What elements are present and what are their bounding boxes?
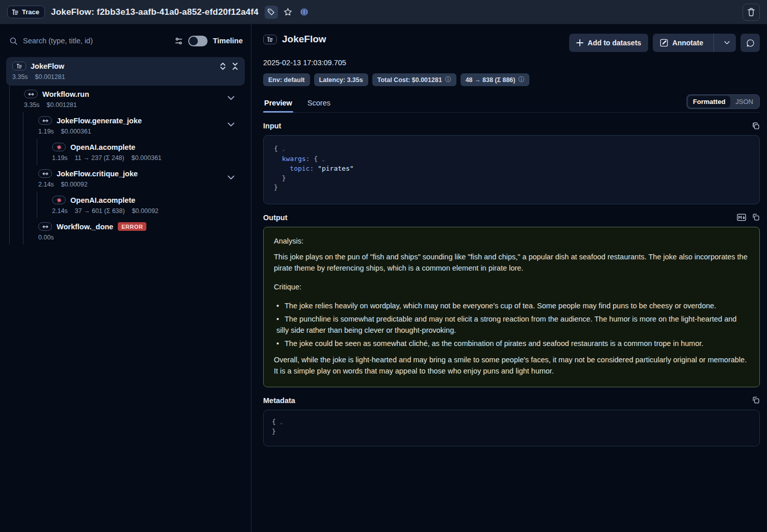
- analysis-paragraph: This joke plays on the pun of "fish and …: [274, 251, 749, 274]
- critique-bullet: •The joke relies heavily on wordplay, wh…: [274, 300, 749, 311]
- output-section-header: Output: [263, 214, 760, 222]
- tree-children-level-2: JokeFlow.generate_joke 1.19s $0.000361: [23, 112, 251, 245]
- tree-node-workflow-done[interactable]: Workflow._done ERROR 0.00s: [23, 218, 251, 245]
- tree-node-jokeflow-root[interactable]: JokeFlow: [6, 57, 245, 86]
- node-label: JokeFlow.generate_joke: [57, 117, 142, 125]
- tag-icon: [267, 8, 275, 16]
- trace-icon: [263, 35, 277, 44]
- node-label: OpenAI.acomplete: [70, 143, 135, 151]
- node-cost: $0.001281: [35, 73, 65, 81]
- chevron-down-icon[interactable]: [227, 122, 235, 127]
- tree-node-critique-joke[interactable]: JokeFlow.critique_joke 2.14s $0.00092: [23, 165, 251, 192]
- total-cost-badge: Total Cost: $0.001281 ⓘ: [372, 73, 456, 86]
- collapse-all-icon[interactable]: [232, 62, 239, 70]
- conclusion-paragraph: Overall, while the joke is light-hearted…: [274, 354, 749, 377]
- comment-icon: [746, 39, 755, 47]
- span-node-icon: [38, 222, 52, 231]
- output-content[interactable]: Analysis: This joke plays on the pun of …: [263, 227, 760, 387]
- star-button[interactable]: [282, 6, 294, 18]
- node-duration: 3.35s: [24, 101, 40, 109]
- expand-all-icon[interactable]: [219, 62, 226, 70]
- add-to-datasets-label: Add to datasets: [587, 39, 641, 47]
- trace-tree: JokeFlow: [0, 57, 251, 245]
- timeline-toggle[interactable]: [188, 36, 208, 46]
- tab-preview[interactable]: Preview: [263, 95, 293, 112]
- tree-node-generate-joke[interactable]: JokeFlow.generate_joke 1.19s $0.000361: [23, 112, 251, 139]
- json-token: {: [272, 418, 276, 425]
- json-token: {: [274, 145, 278, 152]
- annotate-label: Annotate: [672, 39, 703, 47]
- star-icon: [284, 8, 292, 16]
- chevron-down-icon[interactable]: [227, 175, 235, 180]
- trace-badge-label: Trace: [22, 8, 39, 16]
- latency-badge: Latency: 3.35s: [314, 73, 368, 86]
- tags-button[interactable]: [265, 6, 278, 19]
- node-label: OpenAI.acomplete: [70, 196, 135, 204]
- comments-button[interactable]: [740, 34, 760, 52]
- node-cost: $0.000361: [61, 128, 91, 135]
- node-label: JokeFlow: [31, 62, 64, 70]
- annotate-menu-button[interactable]: [718, 34, 736, 52]
- tree-children-level-3b: OpenAI.acomplete 2.14s 37 → 601 (Σ 638) …: [37, 192, 251, 218]
- node-cost: $0.000361: [132, 154, 162, 162]
- chevron-down-icon: [724, 41, 730, 45]
- trace-timestamp: 2025-02-13 17:03:09.705: [263, 59, 760, 67]
- public-share-button[interactable]: [298, 6, 311, 18]
- toggle-knob: [189, 37, 198, 45]
- tab-scores[interactable]: Scores: [306, 95, 331, 112]
- detail-tabs: Preview Scores Formatted JSON: [263, 94, 760, 113]
- metadata-json-viewer[interactable]: { ⌄ }: [263, 410, 760, 446]
- view-settings-icon[interactable]: [174, 37, 183, 45]
- critique-heading: Critique:: [274, 281, 749, 292]
- search-input[interactable]: [23, 37, 169, 45]
- token-usage-badge: 48 → 838 (Σ 886) ⓘ: [461, 73, 530, 86]
- tree-children-level-3: OpenAI.acomplete 1.19s 11 → 237 (Σ 248) …: [37, 139, 251, 165]
- fold-chevron-icon[interactable]: ⌄: [322, 156, 325, 162]
- node-duration: 1.19s: [52, 154, 68, 162]
- fold-chevron-icon[interactable]: ⌄: [282, 146, 285, 152]
- page-title: JokeFlow: f2bb3e13-aafb-41a0-a852-efd20f…: [51, 7, 259, 17]
- generation-node-icon: [52, 143, 66, 151]
- tree-node-workflow-run[interactable]: Workflow.run 3.35s $0.001281: [10, 86, 251, 112]
- annotate-split-button: Annotate: [653, 34, 736, 52]
- markdown-toggle-icon[interactable]: [737, 214, 746, 221]
- info-icon[interactable]: ⓘ: [445, 75, 451, 84]
- node-duration: 2.14s: [38, 181, 54, 188]
- tree-node-openai-acomplete-1[interactable]: OpenAI.acomplete 1.19s 11 → 237 (Σ 248) …: [37, 139, 251, 165]
- metadata-section-header: Metadata: [263, 396, 760, 405]
- span-node-icon: [24, 90, 38, 98]
- output-label: Output: [263, 214, 288, 222]
- tree-node-openai-acomplete-2[interactable]: OpenAI.acomplete 2.14s 37 → 601 (Σ 638) …: [37, 192, 251, 218]
- trace-detail-panel: JokeFlow Add to datasets: [251, 24, 767, 532]
- chevron-down-icon[interactable]: [227, 96, 235, 100]
- node-duration: 0.00s: [38, 234, 54, 241]
- critique-bullet: •The punchline is somewhat predictable a…: [274, 313, 749, 336]
- json-string-value: "pirates": [318, 165, 353, 172]
- json-key: kwargs:: [282, 155, 310, 163]
- format-formatted-option[interactable]: Formatted: [688, 96, 731, 108]
- json-key: topic:: [290, 165, 314, 172]
- copy-icon[interactable]: [752, 122, 760, 130]
- span-node-icon: [38, 116, 52, 125]
- button-divider: [713, 34, 714, 52]
- add-to-datasets-button[interactable]: Add to datasets: [569, 34, 648, 52]
- trace-tree-sidebar: Timeline JokeFlow: [0, 24, 251, 532]
- globe-icon: [300, 8, 309, 16]
- node-cost: $0.00092: [132, 207, 159, 215]
- format-json-option[interactable]: JSON: [730, 96, 758, 108]
- annotate-button[interactable]: Annotate: [653, 34, 709, 52]
- copy-icon[interactable]: [752, 214, 760, 221]
- node-duration: 2.14s: [52, 207, 68, 215]
- generation-node-icon: [52, 196, 66, 204]
- annotate-pencil-icon: [660, 39, 668, 47]
- fold-chevron-icon[interactable]: ⌄: [280, 419, 283, 425]
- timeline-toggle-label: Timeline: [213, 37, 243, 45]
- node-cost: $0.001281: [47, 101, 77, 109]
- top-bar: Trace JokeFlow: f2bb3e13-aafb-41a0-a852-…: [0, 0, 767, 24]
- input-json-viewer[interactable]: { ⌄ kwargs: { ⌄ topic: "pirates" } }: [263, 135, 760, 204]
- info-icon[interactable]: ⓘ: [518, 75, 524, 84]
- delete-trace-button[interactable]: [743, 4, 760, 21]
- tree-children-level-1: Workflow.run 3.35s $0.001281: [9, 86, 251, 245]
- node-label: JokeFlow.critique_joke: [57, 170, 138, 178]
- copy-icon[interactable]: [752, 396, 760, 404]
